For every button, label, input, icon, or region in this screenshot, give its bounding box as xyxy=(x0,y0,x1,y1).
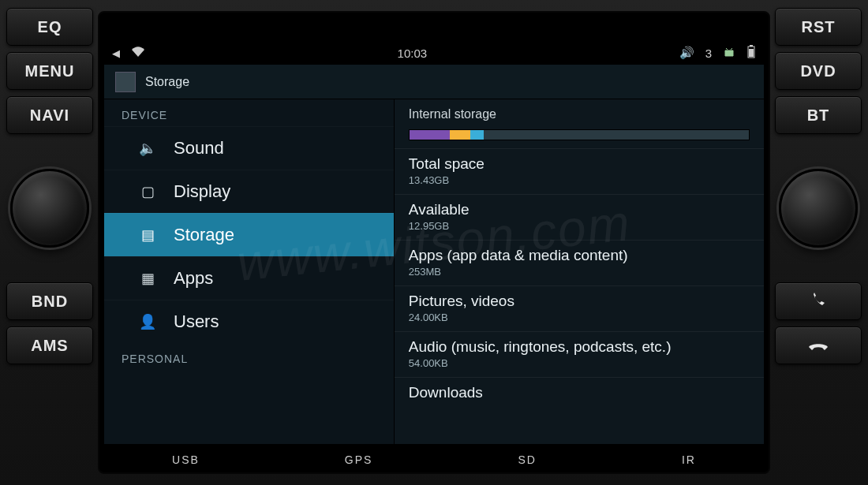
storage-app-icon xyxy=(115,72,136,92)
row-title: Pictures, videos xyxy=(409,293,750,310)
row-sub: 253MB xyxy=(409,266,750,278)
status-clock: 10:03 xyxy=(145,47,679,60)
head-unit: EQ MENU NAVI BND AMS RST DVD BT ◀ xyxy=(0,0,868,485)
volume-icon: 🔊 xyxy=(679,46,694,60)
usage-seg-free xyxy=(484,130,749,140)
nav-label: Users xyxy=(174,312,219,332)
sound-icon: 🔈 xyxy=(139,140,156,157)
wifi-icon xyxy=(131,47,145,60)
android-screen: ◀ 10:03 🔊 3 xyxy=(104,41,764,444)
phone-hangup-button[interactable] xyxy=(775,326,862,364)
nav-item-storage[interactable]: ▤ Storage xyxy=(104,213,394,256)
volume-knob[interactable] xyxy=(10,169,89,248)
row-apps[interactable]: Apps (app data & media content) 253MB xyxy=(395,240,764,285)
sd-label: SD xyxy=(518,453,536,466)
phone-answer-button[interactable] xyxy=(775,282,862,320)
tune-knob[interactable] xyxy=(779,169,858,248)
row-sub: 12.95GB xyxy=(409,220,750,232)
bnd-button[interactable]: BND xyxy=(6,282,93,320)
row-title: Apps (app data & media content) xyxy=(409,247,750,264)
display-icon: ▢ xyxy=(139,183,156,200)
row-audio[interactable]: Audio (music, ringtones, podcasts, etc.)… xyxy=(395,331,764,377)
row-title: Audio (music, ringtones, podcasts, etc.) xyxy=(409,338,750,356)
section-header-personal: PERSONAL xyxy=(104,343,394,370)
app-bar-title: Storage xyxy=(145,75,189,89)
storage-icon: ▤ xyxy=(139,226,156,244)
bt-button[interactable]: BT xyxy=(775,96,862,134)
usb-label: USB xyxy=(172,453,200,466)
usage-seg-media xyxy=(450,130,470,140)
svg-rect-1 xyxy=(750,45,753,47)
row-sub: 13.43GB xyxy=(409,174,750,186)
settings-nav: DEVICE 🔈 Sound ▢ Display ▤ Storage ▦ xyxy=(104,99,395,444)
rst-button[interactable]: RST xyxy=(775,8,862,46)
row-title: Available xyxy=(409,201,750,218)
back-nav-icon[interactable]: ◀ xyxy=(112,47,120,59)
usage-seg-apps xyxy=(410,130,451,140)
row-available[interactable]: Available 12.95GB xyxy=(395,194,764,240)
storage-usage-bar xyxy=(409,129,750,140)
row-sub: 24.00KB xyxy=(409,312,750,323)
settings-panes: DEVICE 🔈 Sound ▢ Display ▤ Storage ▦ xyxy=(104,99,764,444)
nav-item-users[interactable]: 👤 Users xyxy=(104,300,394,343)
dvd-button[interactable]: DVD xyxy=(775,52,862,90)
phone-icon xyxy=(809,292,828,311)
internal-storage-header: Internal storage xyxy=(395,99,764,126)
row-pictures[interactable]: Pictures, videos 24.00KB xyxy=(395,285,764,331)
eq-button[interactable]: EQ xyxy=(6,8,93,46)
nav-item-display[interactable]: ▢ Display xyxy=(104,170,394,213)
row-sub: 54.00KB xyxy=(409,357,750,369)
android-icon xyxy=(723,46,735,61)
users-icon: 👤 xyxy=(139,313,156,330)
nav-label: Apps xyxy=(174,268,213,289)
screen-bezel: ◀ 10:03 🔊 3 xyxy=(98,11,770,474)
nav-label: Display xyxy=(174,181,230,202)
row-title: Total space xyxy=(409,155,750,173)
bottom-port-labels: USB GPS SD IR xyxy=(99,450,769,469)
battery-icon xyxy=(746,45,756,62)
nav-label: Storage xyxy=(174,225,234,245)
right-button-column: RST DVD BT xyxy=(775,8,862,364)
svg-rect-2 xyxy=(749,49,754,57)
usage-seg-audio xyxy=(470,130,484,140)
phone-hangup-icon xyxy=(808,338,829,353)
gps-label: GPS xyxy=(345,453,373,466)
nav-label: Sound xyxy=(174,138,224,159)
menu-button[interactable]: MENU xyxy=(6,52,93,90)
row-downloads[interactable]: Downloads xyxy=(395,377,764,411)
storage-detail: Internal storage Total space 13.43GB Ava… xyxy=(395,99,764,444)
volume-level: 3 xyxy=(705,47,712,60)
navi-button[interactable]: NAVI xyxy=(6,96,93,134)
nav-item-sound[interactable]: 🔈 Sound xyxy=(104,126,394,170)
settings-app-bar: Storage xyxy=(104,65,764,99)
ir-label: IR xyxy=(682,453,696,466)
row-total-space[interactable]: Total space 13.43GB xyxy=(395,148,764,194)
apps-icon: ▦ xyxy=(139,270,156,287)
section-header-device: DEVICE xyxy=(104,99,394,126)
ams-button[interactable]: AMS xyxy=(6,326,93,364)
left-button-column: EQ MENU NAVI BND AMS xyxy=(6,8,93,364)
row-title: Downloads xyxy=(409,384,750,401)
status-bar: ◀ 10:03 🔊 3 xyxy=(104,41,764,65)
nav-item-apps[interactable]: ▦ Apps xyxy=(104,256,394,300)
